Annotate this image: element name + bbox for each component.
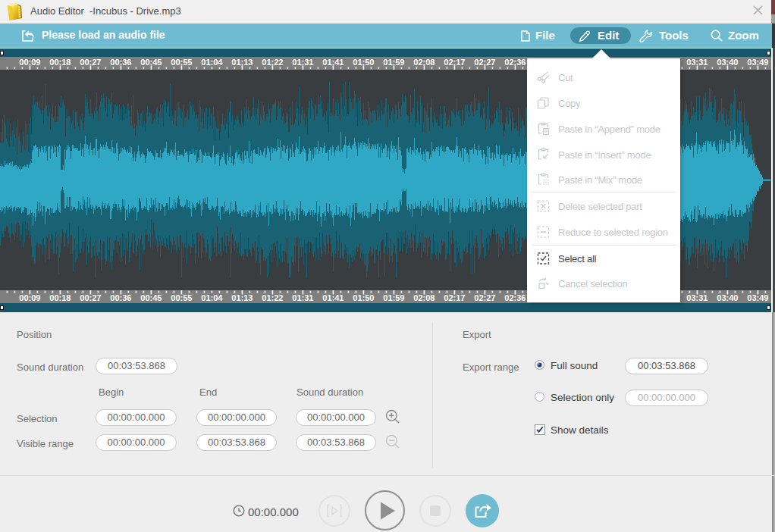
svg-text:02:08: 02:08 (413, 58, 435, 67)
svg-text:02:17: 02:17 (444, 293, 465, 302)
svg-text:01:22: 01:22 (262, 58, 283, 67)
svg-text:01:04: 01:04 (201, 58, 223, 67)
svg-text:01:04: 01:04 (201, 293, 223, 302)
svg-text:03:31: 03:31 (686, 293, 708, 302)
svg-text:00:18: 00:18 (49, 293, 71, 302)
svg-text:03:40: 03:40 (717, 293, 738, 302)
svg-text:02:08: 02:08 (413, 293, 435, 302)
svg-text:02:17: 02:17 (444, 58, 465, 67)
svg-text:00:36: 00:36 (110, 293, 131, 302)
svg-text:01:13: 01:13 (231, 58, 253, 67)
svg-text:03:40: 03:40 (717, 58, 738, 67)
svg-text:00:55: 00:55 (171, 293, 192, 302)
svg-text:01:41: 01:41 (322, 58, 344, 67)
svg-text:01:22: 01:22 (262, 293, 283, 302)
svg-text:01:13: 01:13 (231, 293, 253, 302)
svg-text:00:27: 00:27 (80, 293, 101, 302)
svg-text:03:49: 03:49 (747, 293, 768, 302)
svg-text:00:09: 00:09 (19, 293, 40, 302)
svg-text:00:27: 00:27 (80, 58, 101, 67)
svg-text:00:18: 00:18 (49, 58, 71, 67)
svg-text:01:31: 01:31 (292, 58, 313, 67)
svg-text:00:45: 00:45 (140, 293, 162, 302)
svg-text:03:31: 03:31 (686, 58, 708, 67)
svg-text:01:31: 01:31 (292, 293, 313, 302)
svg-text:02:27: 02:27 (474, 58, 495, 67)
svg-text:00:45: 00:45 (140, 58, 162, 67)
svg-text:00:09: 00:09 (19, 58, 40, 67)
svg-text:00:36: 00:36 (110, 58, 131, 67)
svg-text:01:59: 01:59 (383, 58, 404, 67)
svg-text:00:55: 00:55 (171, 58, 192, 67)
svg-text:03:49: 03:49 (747, 58, 768, 67)
svg-text:01:41: 01:41 (322, 293, 344, 302)
svg-text:01:50: 01:50 (353, 293, 374, 302)
svg-text:01:50: 01:50 (353, 58, 374, 67)
svg-text:02:36: 02:36 (504, 58, 526, 67)
svg-text:02:36: 02:36 (504, 293, 526, 302)
svg-text:02:27: 02:27 (474, 293, 495, 302)
svg-text:01:59: 01:59 (383, 293, 404, 302)
